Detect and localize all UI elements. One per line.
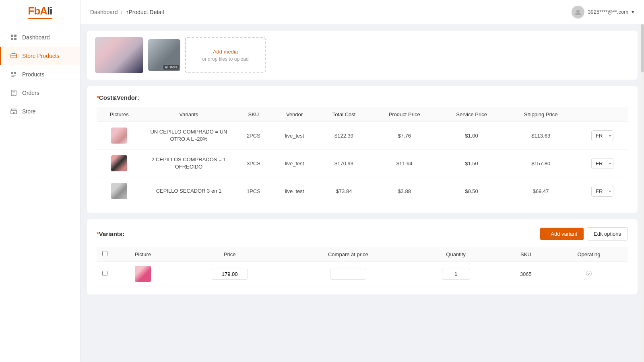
variant-image [111, 155, 127, 171]
media-thumb-2: ali store [148, 39, 180, 71]
col-shipping-price: Shipping Price [505, 107, 577, 122]
scrollbar-track[interactable] [641, 24, 644, 362]
col-total-cost: Total Cost [318, 107, 371, 122]
avatar [572, 6, 584, 19]
svg-rect-0 [11, 35, 13, 37]
media-section: ali store Add media or drop files to upl… [87, 31, 638, 80]
operating-action[interactable] [586, 272, 592, 278]
country-dropdown-wrap: FR US DE IT [591, 158, 613, 169]
user-area[interactable]: 3925****@**.com ▾ [572, 6, 634, 19]
user-dropdown-icon: ▾ [632, 9, 634, 15]
svg-point-12 [576, 10, 580, 13]
price-input[interactable] [212, 269, 248, 280]
svg-rect-3 [14, 38, 17, 40]
orders-icon [10, 89, 17, 97]
sidebar-item-orders[interactable]: Orders [0, 84, 80, 102]
logo-area: FbAli [0, 0, 80, 24]
sidebar-item-label: Dashboard [22, 34, 50, 41]
sidebar-nav: Dashboard Store Products Products Orders… [0, 28, 80, 121]
store-icon [10, 108, 17, 115]
col-variants: Variants [142, 107, 236, 122]
country-dropdown-wrap: FR US DE IT [591, 186, 613, 197]
svg-rect-2 [11, 38, 13, 40]
table-row: 3065 [97, 262, 628, 286]
sidebar-item-label: Products [22, 71, 44, 78]
sidebar-item-label: Store [22, 108, 35, 115]
col-quantity: Quantity [410, 247, 502, 262]
sidebar-item-label: Orders [22, 90, 39, 96]
col-sku: SKU [235, 107, 271, 122]
cost-vendor-section: *Cost&Vendor: Pictures Variants SKU Vend… [87, 86, 638, 213]
page-content: ali store Add media or drop files to upl… [80, 24, 644, 362]
svg-rect-7 [11, 75, 16, 76]
col-product-price: Product Price [371, 107, 438, 122]
svg-rect-11 [13, 112, 14, 114]
variant-image [135, 266, 151, 282]
variants-header: *Variants: + Add variant Edit options [97, 227, 628, 241]
sidebar-item-store[interactable]: Store [0, 102, 80, 121]
variants-section: *Variants: + Add variant Edit options Pi… [87, 219, 638, 294]
add-media-label: Add media [213, 49, 238, 55]
col-price: Price [173, 247, 286, 262]
variants-table: Picture Price Compare at price Quantity … [97, 247, 628, 286]
sidebar-item-store-products[interactable]: Store Products [0, 47, 80, 65]
logo-underline [28, 18, 52, 19]
select-all-checkbox[interactable] [102, 251, 107, 256]
sidebar-item-label: Store Products [22, 53, 60, 59]
add-variant-button[interactable]: + Add variant [540, 228, 584, 240]
col-picture: Picture [113, 247, 173, 262]
breadcrumb-home[interactable]: Dashboard [90, 9, 118, 15]
table-row: CEPILLO SECADOR 3 en 1 1PCS live_test $7… [97, 177, 628, 205]
breadcrumb-sep: / [121, 9, 123, 15]
logo-text: FbAli [28, 5, 52, 17]
dashboard-icon [10, 34, 17, 41]
svg-point-13 [586, 271, 591, 276]
col-sku-v: SKU [502, 247, 550, 262]
table-row: 2 CEPILLOS COMPRADOS = 1 OFRECIDO 3PCS l… [97, 150, 628, 177]
user-name: 3925****@**.com [588, 9, 628, 15]
row-checkbox[interactable] [102, 271, 107, 276]
col-compare-price: Compare at price [286, 247, 410, 262]
sidebar: FbAli Dashboard Store Products Products [0, 0, 80, 362]
col-vendor: Vendor [272, 107, 318, 122]
store-products-icon [10, 52, 17, 60]
svg-rect-6 [14, 72, 16, 74]
sidebar-item-products[interactable]: Products [0, 65, 80, 84]
col-country [577, 107, 628, 122]
svg-rect-8 [11, 76, 14, 77]
col-operating: Operating [550, 247, 628, 262]
variant-image [111, 183, 127, 199]
cost-vendor-title: *Cost&Vendor: [97, 94, 628, 101]
table-row: UN CEPILLO COMPRADO = UN OTRO A L -20% 2… [97, 122, 628, 150]
quantity-wrap [413, 269, 498, 280]
country-dropdown[interactable]: FR US DE IT [591, 186, 613, 197]
scrollbar-thumb[interactable] [641, 24, 644, 72]
breadcrumb-current: ↑Product Detail [126, 9, 164, 15]
col-pictures: Pictures [97, 107, 142, 122]
svg-rect-5 [11, 72, 13, 74]
variant-image [111, 128, 127, 144]
variants-title: *Variants: [97, 230, 124, 237]
sku-value: 3065 [520, 271, 532, 277]
variants-actions: + Add variant Edit options [540, 227, 628, 241]
country-dropdown-wrap: FR US DE IT [591, 130, 613, 141]
cost-vendor-table: Pictures Variants SKU Vendor Total Cost … [97, 107, 628, 205]
main-area: Dashboard / ↑Product Detail 3925****@**.… [80, 0, 644, 362]
page-header: Dashboard / ↑Product Detail 3925****@**.… [80, 0, 644, 24]
col-service-price: Service Price [438, 107, 505, 122]
country-dropdown[interactable]: FR US DE IT [591, 130, 613, 141]
edit-options-button[interactable]: Edit options [587, 227, 628, 241]
quantity-input[interactable] [442, 269, 470, 280]
compare-price-input[interactable] [330, 269, 366, 280]
media-thumb-1 [95, 37, 143, 73]
col-checkbox [97, 247, 113, 262]
breadcrumb: Dashboard / ↑Product Detail [90, 9, 164, 15]
media-upload-zone[interactable]: Add media or drop files to upload [185, 37, 266, 73]
products-icon [10, 71, 17, 78]
sidebar-item-dashboard[interactable]: Dashboard [0, 28, 80, 47]
svg-rect-1 [14, 35, 17, 37]
svg-rect-4 [11, 54, 17, 58]
country-dropdown[interactable]: FR US DE IT [591, 158, 613, 169]
drop-label: or drop files to upload [202, 56, 248, 62]
